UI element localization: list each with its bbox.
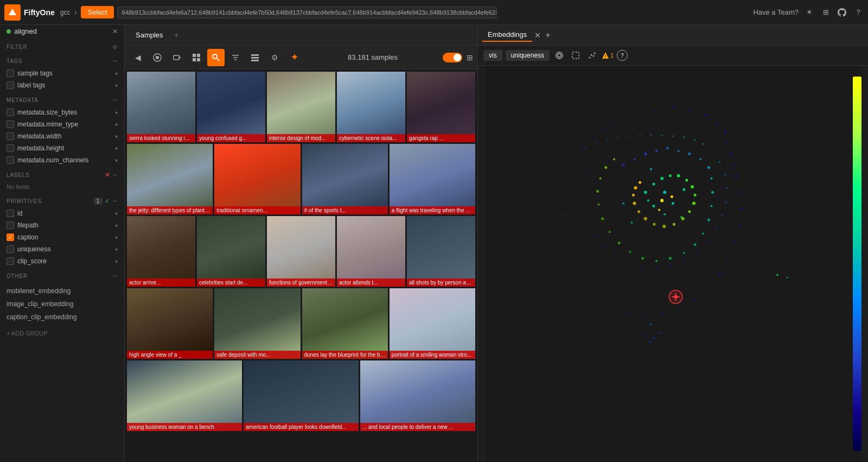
width-checkbox[interactable] xyxy=(7,132,14,140)
vis-btn[interactable]: vis xyxy=(483,50,502,61)
cell-label: safe deposit with mo... xyxy=(214,351,300,359)
hash-input[interactable]: 648b913ccbbfacd4efe6a712,648b9141cbbfacd… xyxy=(117,7,497,18)
num-channels-checkbox[interactable] xyxy=(7,156,14,164)
grid-cell[interactable]: # of the sports t... xyxy=(302,144,388,214)
embeddings-add-btn[interactable]: + xyxy=(545,30,550,40)
select-region-icon[interactable] xyxy=(569,49,582,62)
filter-section: FILTER ⚙ xyxy=(0,40,124,52)
grid-cell[interactable]: portrait of a smiling woman stro... xyxy=(390,288,475,359)
grid-cell[interactable]: interior design of mod... xyxy=(267,72,335,142)
grid-cell[interactable]: dunes lay the blueprint for the bac... xyxy=(302,288,388,359)
scatter-container[interactable] xyxy=(478,66,868,462)
add-tab-btn[interactable]: + xyxy=(172,30,181,40)
label-btn[interactable] xyxy=(168,49,186,66)
grid-cell[interactable]: safe deposit with mo... xyxy=(214,288,300,359)
sidebar-item-label-tags[interactable]: label tags ▾ xyxy=(0,79,124,91)
scatter-icon[interactable] xyxy=(585,49,598,62)
grid-cell[interactable]: actor arrive... xyxy=(127,216,195,287)
ai-btn[interactable]: ✦ xyxy=(285,49,303,66)
grid-cell[interactable]: ... and local people to deliver a new ..… xyxy=(360,360,475,431)
sidebar-item-sample-tags[interactable]: sample tags ▾ xyxy=(0,67,124,79)
label-tags-checkbox[interactable] xyxy=(7,81,14,89)
sample-tags-checkbox[interactable] xyxy=(7,69,14,77)
filter-gear-icon[interactable]: ⚙ xyxy=(112,44,118,50)
svg-point-120 xyxy=(617,136,619,138)
toggle-track[interactable] xyxy=(443,53,462,62)
samples-tab[interactable]: Samples xyxy=(129,29,170,41)
target-icon[interactable] xyxy=(553,49,566,62)
help-icon[interactable]: ? xyxy=(617,50,628,61)
svg-point-147 xyxy=(582,197,583,199)
github-icon[interactable] xyxy=(837,7,847,18)
grid-view-btn[interactable] xyxy=(188,49,205,66)
tags-collapse-btn[interactable]: − xyxy=(113,56,118,65)
select-button[interactable]: Select xyxy=(81,6,113,18)
uniqueness-checkbox[interactable] xyxy=(7,245,14,253)
grid-cell[interactable]: cybernetic scene isola... xyxy=(337,72,405,142)
grid-cell[interactable]: gangsta rap ... xyxy=(407,72,475,142)
primitives-collapse-btn[interactable]: − xyxy=(113,197,118,205)
sun-icon[interactable]: ☀ xyxy=(804,7,815,18)
grid-cell[interactable]: young confused g... xyxy=(197,72,265,142)
sidebar-item-clip-score[interactable]: clip_score ▾ xyxy=(0,255,124,267)
clip-score-checkbox[interactable] xyxy=(7,257,14,265)
svg-point-168 xyxy=(644,334,646,336)
sidebar-item-id[interactable]: id ▾ xyxy=(0,207,124,219)
labels-collapse-btn[interactable]: − xyxy=(113,170,118,179)
svg-point-37 xyxy=(716,123,718,124)
grid-layout-btn[interactable]: ⊞ xyxy=(467,53,473,62)
labels-remove-btn[interactable]: ✕ xyxy=(105,171,111,179)
grid-cell[interactable]: the jetty: different types of plants to … xyxy=(127,144,213,214)
grid-cell[interactable]: celebrities start de... xyxy=(197,216,265,287)
other-item-caption-clip[interactable]: caption_clip_embedding xyxy=(0,311,124,324)
grid-cell[interactable]: functions of government: 1... xyxy=(267,216,335,287)
grid-icon[interactable]: ⊞ xyxy=(820,7,831,18)
uniqueness-btn[interactable]: uniqueness xyxy=(506,50,550,61)
grid-cell[interactable]: a flight was traveling when the a... xyxy=(390,144,475,214)
svg-point-80 xyxy=(710,205,712,207)
sidebar-item-filepath[interactable]: filepath ▾ xyxy=(0,219,124,231)
svg-point-115 xyxy=(634,186,637,189)
height-checkbox[interactable] xyxy=(7,144,14,152)
id-checkbox[interactable] xyxy=(7,210,14,217)
list-view-btn[interactable] xyxy=(246,49,264,66)
grid-cell[interactable]: traditional ornamen... xyxy=(214,144,300,214)
sidebar-item-num-channels[interactable]: metadata.num_channels ▾ xyxy=(0,154,124,166)
sidebar-item-width[interactable]: metadata.width ▾ xyxy=(0,130,124,142)
caption-checkbox[interactable]: ✓ xyxy=(7,233,14,241)
other-item-image-clip[interactable]: image_clip_embedding xyxy=(0,298,124,311)
filepath-checkbox[interactable] xyxy=(7,221,14,229)
grid-cell[interactable]: high angle view of a _ xyxy=(127,288,213,359)
sort-btn[interactable] xyxy=(227,49,244,66)
grid-cell[interactable]: fashion sierra looked stunning in th... xyxy=(127,72,195,142)
svg-point-91 xyxy=(601,217,604,220)
grid-cell[interactable]: american football player looks downfield… xyxy=(244,360,359,431)
other-list: mobilenet_embedding image_clip_embedding… xyxy=(0,282,124,326)
mime-type-checkbox[interactable] xyxy=(7,121,14,128)
sidebar-item-caption[interactable]: ✓ caption ▾ xyxy=(0,231,124,243)
sidebar-item-height[interactable]: metadata.height ▾ xyxy=(0,142,124,154)
add-group-btn[interactable]: + ADD GROUP xyxy=(0,326,124,341)
size-bytes-checkbox[interactable] xyxy=(7,109,14,116)
metadata-collapse-btn[interactable]: − xyxy=(113,96,118,104)
panel-tabs: Samples + xyxy=(125,25,477,46)
other-collapse-btn[interactable]: − xyxy=(113,271,118,280)
sidebar-item-uniqueness[interactable]: uniqueness ▾ xyxy=(0,243,124,255)
embeddings-close-btn[interactable]: ✕ xyxy=(534,31,541,40)
other-section-label: OTHER − xyxy=(0,267,124,282)
other-item-mobilenet[interactable]: mobilenet_embedding xyxy=(0,284,124,298)
grid-cell[interactable]: young business woman on a bench xyxy=(127,360,242,431)
grid-cell[interactable]: all shots by by person and rider... xyxy=(407,216,475,287)
svg-rect-6 xyxy=(193,58,196,61)
close-sidebar-btn[interactable]: ✕ xyxy=(112,28,118,35)
search-btn[interactable] xyxy=(207,49,225,66)
svg-point-112 xyxy=(637,210,640,213)
embeddings-tab[interactable]: Embeddings xyxy=(482,28,532,42)
grid-cell[interactable]: actor attends t... xyxy=(337,216,405,287)
settings-btn[interactable]: ⚙ xyxy=(266,49,283,66)
tag-btn[interactable] xyxy=(149,49,166,66)
question-icon[interactable]: ? xyxy=(853,7,864,18)
back-btn[interactable]: ◀ xyxy=(129,49,146,66)
sidebar-item-size-bytes[interactable]: metadata.size_bytes ▾ xyxy=(0,106,124,118)
sidebar-item-mime-type[interactable]: metadata.mime_type ▾ xyxy=(0,118,124,130)
